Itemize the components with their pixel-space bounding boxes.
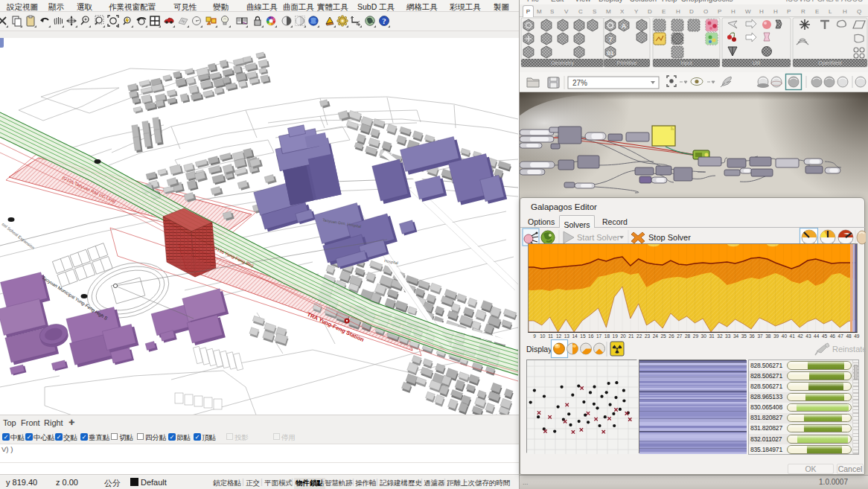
svg-text:Primitive: Primitive xyxy=(617,60,637,65)
svg-text:?: ? xyxy=(382,16,386,25)
svg-text:Display: Display xyxy=(526,345,552,354)
svg-text:A: A xyxy=(622,22,627,30)
svg-text:Stop Solver: Stop Solver xyxy=(648,233,691,242)
svg-text:27%: 27% xyxy=(572,79,587,87)
svg-text:Reinstate: Reinstate xyxy=(832,345,866,354)
svg-text:OpenNest: OpenNest xyxy=(818,60,842,66)
svg-text:Start Solver: Start Solver xyxy=(577,233,620,242)
svg-text:Util: Util xyxy=(753,60,761,65)
svg-text:Taoyuan Municipal Yung-Feng Hi: Taoyuan Municipal Yung-Feng High S xyxy=(41,275,109,321)
svg-text:Geometry: Geometry xyxy=(551,60,574,66)
svg-text:Input: Input xyxy=(680,60,692,66)
svg-text:01: 01 xyxy=(607,50,614,57)
svg-text:7: 7 xyxy=(608,36,612,43)
svg-text:ool School Expansion: ool School Expansion xyxy=(1,222,35,250)
